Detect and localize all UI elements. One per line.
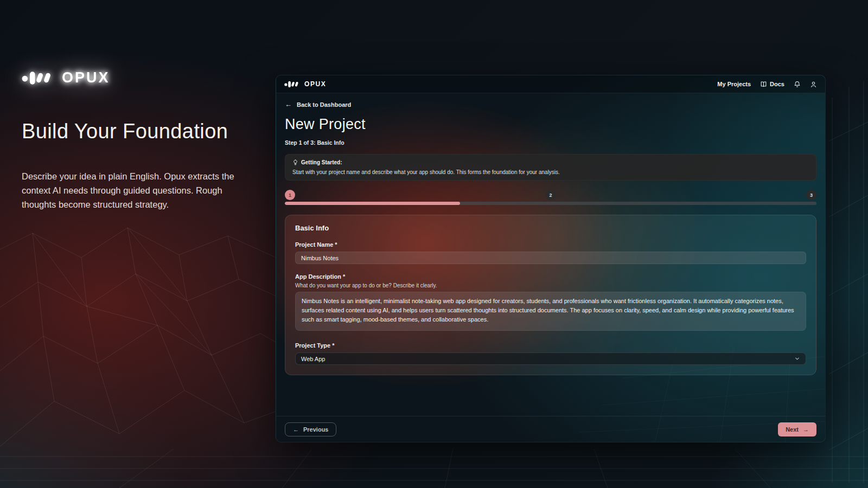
step-1-circle[interactable]: 1: [285, 190, 295, 200]
back-to-dashboard-link[interactable]: ← Back to Dashboard: [285, 101, 816, 108]
app-description-hint: What do you want your app to do or be? D…: [295, 282, 806, 288]
book-icon: [760, 81, 767, 88]
callout-title: Getting Started:: [301, 159, 342, 165]
arrow-left-icon: ←: [293, 426, 299, 433]
previous-button[interactable]: ← Previous: [285, 422, 336, 436]
nav-my-projects-link[interactable]: My Projects: [717, 81, 751, 87]
callout-body: Start with your project name and describ…: [292, 169, 809, 175]
arrow-left-icon: ←: [285, 101, 292, 108]
next-button-label: Next: [786, 426, 799, 433]
step-2-circle[interactable]: 2: [546, 190, 556, 200]
navbar-logo-text: OPUX: [304, 80, 326, 88]
marketing-panel: OPUX Build Your Foundation Describe your…: [22, 69, 266, 211]
app-description-label: App Description *: [295, 273, 806, 280]
bell-icon: [794, 81, 801, 88]
app-navbar: OPUX My Projects Docs: [276, 75, 825, 93]
project-type-label: Project Type *: [295, 342, 806, 349]
opux-waveform-icon: [284, 81, 301, 88]
account-button[interactable]: [810, 81, 817, 88]
project-type-select[interactable]: Web App: [295, 352, 806, 365]
project-name-label: Project Name *: [295, 241, 806, 248]
notifications-button[interactable]: [794, 81, 801, 88]
getting-started-callout: Getting Started: Start with your project…: [285, 154, 816, 181]
arrow-right-icon: →: [803, 426, 809, 433]
progress-bar-fill: [285, 202, 460, 205]
step-3-circle[interactable]: 3: [806, 190, 816, 200]
opux-logo-text: OPUX: [62, 69, 110, 86]
nav-my-projects-label: My Projects: [717, 81, 751, 87]
callout-title-row: Getting Started:: [292, 159, 809, 165]
step-indicator-label: Step 1 of 3: Basic Info: [285, 139, 816, 146]
back-to-dashboard-label: Back to Dashboard: [297, 101, 351, 108]
previous-button-label: Previous: [303, 426, 328, 433]
basic-info-card: Basic Info Project Name * App Descriptio…: [285, 215, 816, 375]
navbar-logo[interactable]: OPUX: [284, 80, 326, 88]
opux-waveform-icon: [22, 71, 55, 85]
chevron-down-icon: [794, 356, 800, 362]
step-circles-row: 1 2 3: [285, 190, 816, 200]
page-background: OPUX Build Your Foundation Describe your…: [0, 0, 868, 488]
progress-bar: [285, 202, 816, 205]
lightbulb-icon: [292, 159, 298, 165]
app-window: OPUX My Projects Docs: [276, 75, 826, 442]
navbar-actions: My Projects Docs: [717, 81, 817, 88]
opux-logo: OPUX: [22, 69, 266, 86]
project-name-input[interactable]: [295, 252, 806, 264]
card-title: Basic Info: [295, 224, 806, 232]
panel-description: Describe your idea in plain English. Opu…: [22, 169, 256, 211]
user-icon: [810, 81, 817, 88]
nav-docs-label: Docs: [770, 81, 784, 87]
next-button[interactable]: Next →: [778, 422, 816, 436]
app-description-textarea[interactable]: Nimbus Notes is an intelligent, minimali…: [295, 292, 806, 331]
wizard-content: ← Back to Dashboard New Project Step 1 o…: [276, 93, 825, 416]
wizard-footer: ← Previous Next →: [276, 416, 825, 442]
page-title: New Project: [285, 116, 816, 133]
panel-heading: Build Your Foundation: [22, 120, 266, 143]
nav-docs-link[interactable]: Docs: [760, 81, 784, 88]
project-type-selected-value: Web App: [301, 356, 325, 362]
